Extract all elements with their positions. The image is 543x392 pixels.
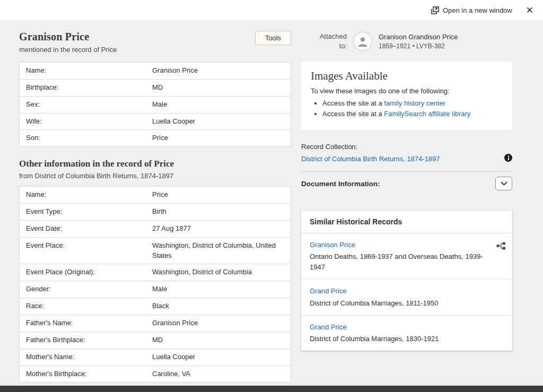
field-label: Father's Name: <box>26 318 152 328</box>
attached-person-details: 1859–1921 • LVYB-382 <box>379 42 458 50</box>
field-label: Son: <box>26 133 152 143</box>
close-icon[interactable]: ✕ <box>526 6 533 15</box>
field-label: Birthplace: <box>26 83 152 93</box>
document-information-section: Document Information: <box>301 171 512 196</box>
field-value: Washington, District of Columbia, United… <box>152 241 284 261</box>
list-item: Access the site at a FamilySearch affili… <box>322 110 503 118</box>
list-item: Granison Price Ontario Deaths, 1869-1937… <box>301 233 512 280</box>
person-icon <box>356 35 369 48</box>
info-icon[interactable] <box>504 154 512 162</box>
table-row: Mother's Birthplace: Caroline, VA <box>20 366 291 383</box>
images-available-intro: To view these images do one of the follo… <box>311 87 503 95</box>
table-row: Gender: Male <box>20 281 291 298</box>
table-row: Birthplace: MD <box>20 80 291 97</box>
record-collection-link[interactable]: District of Columbia Birth Returns, 1874… <box>301 155 440 163</box>
field-value: Caroline, VA <box>152 369 284 379</box>
field-label: Event Date: <box>26 224 152 234</box>
similar-records-box: Similar Historical Records Granison Pric… <box>301 211 512 351</box>
similar-records-title: Similar Historical Records <box>301 211 512 233</box>
field-value: MD <box>152 83 284 93</box>
similar-record-link[interactable]: Granison Price <box>310 241 355 249</box>
table-row: Race: Black <box>20 298 291 315</box>
open-in-new-window-icon <box>431 6 439 14</box>
similar-record-collection: Ontario Deaths, 1869-1937 and Overseas D… <box>310 251 489 273</box>
mother-name-link[interactable]: Luella Cooper <box>152 352 284 362</box>
field-value: Birth <box>152 207 284 217</box>
page-subtitle: mentioned in the record of Price <box>19 46 117 54</box>
list-item: Grand Price District of Columbia Marriag… <box>301 316 512 351</box>
top-bar: Open in a new window ✕ <box>0 0 543 20</box>
field-label: Event Type: <box>26 207 152 217</box>
field-value: MD <box>152 335 284 345</box>
other-info-subtitle: from District of Columbia Birth Returns,… <box>19 172 291 180</box>
field-label: Wife: <box>26 117 152 127</box>
attach-to-tree-icon[interactable] <box>496 242 506 253</box>
list-item: Grand Price District of Columbia Marriag… <box>301 280 512 315</box>
field-label: Father's Birthplace: <box>26 335 152 345</box>
other-info-title: Other information in the record of Price <box>19 159 291 169</box>
page-title: Granison Price <box>19 31 117 43</box>
field-value: Black <box>152 301 284 311</box>
field-label: Name: <box>26 66 152 76</box>
record-collection-section: Record Collection: District of Columbia … <box>301 143 512 163</box>
field-label: Mother's Birthplace: <box>26 369 152 379</box>
images-available-title: Images Available <box>311 69 503 83</box>
field-value: 27 Aug 1877 <box>152 224 284 234</box>
images-available-options: Access the site at a family history cent… <box>311 99 503 118</box>
field-value: Male <box>152 284 284 294</box>
expand-document-information-button[interactable] <box>495 177 512 190</box>
open-in-new-window-label: Open in a new window <box>443 6 512 14</box>
field-label: Mother's Name: <box>26 352 152 362</box>
record-name-link[interactable]: Price <box>152 190 284 200</box>
list-item: Access the site at a family history cent… <box>322 99 503 107</box>
field-value: Granison Price <box>152 66 284 76</box>
primary-record-table: Name: Granison Price Birthplace: MD Sex:… <box>19 62 291 147</box>
attached-to-section: Attached to: Granison Grandison Price 18… <box>301 32 512 51</box>
field-label: Race: <box>26 301 152 311</box>
table-row: Event Place: Washington, District of Col… <box>20 238 291 265</box>
option-text: Access the site at a <box>322 99 384 107</box>
record-collection-label: Record Collection: <box>301 143 440 151</box>
table-row: Sex: Male <box>20 97 291 114</box>
son-link[interactable]: Price <box>152 133 284 143</box>
attached-to-label: Attached to: <box>314 32 347 50</box>
table-row: Wife: Luella Cooper <box>20 114 291 130</box>
similar-record-collection: District of Columbia Marriages, 1811-195… <box>310 298 489 309</box>
field-label: Gender: <box>26 284 152 294</box>
table-row: Mother's Name: Luella Cooper <box>20 349 291 366</box>
family-history-center-link[interactable]: family history center <box>384 99 445 107</box>
table-row: Event Date: 27 Aug 1877 <box>20 221 291 238</box>
option-text: Access the site at a <box>322 110 384 118</box>
table-row: Son: Price <box>20 130 291 147</box>
table-row: Father's Birthplace: MD <box>20 332 291 349</box>
table-row: Name: Granison Price <box>20 63 291 80</box>
table-row: Father's Name: Granison Price <box>20 315 291 332</box>
tools-button[interactable]: Tools <box>255 31 291 45</box>
bottom-bar <box>0 386 543 392</box>
table-row: Event Place (Original): Washington, Dist… <box>20 264 291 281</box>
chevron-down-icon <box>501 181 507 186</box>
field-label: Name: <box>26 190 152 200</box>
field-value: Granison Price <box>152 318 284 328</box>
wife-link[interactable]: Luella Cooper <box>152 117 284 127</box>
similar-record-link[interactable]: Grand Price <box>310 287 346 295</box>
document-information-label: Document Information: <box>301 180 380 188</box>
table-row: Name: Price <box>20 187 291 204</box>
similar-record-collection: District of Columbia Marriages, 1830-192… <box>310 334 489 344</box>
field-label: Event Place (Original): <box>26 267 152 277</box>
field-label: Event Place: <box>26 241 152 251</box>
field-value: Washington, District of Columbia <box>152 267 284 277</box>
open-in-new-window-button[interactable]: Open in a new window <box>431 6 512 14</box>
attached-person-name[interactable]: Granison Grandison Price <box>379 33 458 41</box>
images-available-box: Images Available To view these images do… <box>301 62 512 130</box>
other-info-table: Name: Price Event Type: Birth Event Date… <box>19 186 291 382</box>
similar-record-link[interactable]: Grand Price <box>310 323 346 331</box>
field-label: Sex: <box>26 100 152 110</box>
record-detail-panel: Granison Price mentioned in the record o… <box>0 20 543 386</box>
table-row: Event Type: Birth <box>20 204 291 221</box>
affiliate-library-link[interactable]: FamilySearch affiliate library <box>384 110 470 118</box>
avatar[interactable] <box>353 32 372 51</box>
field-value: Male <box>152 100 284 110</box>
